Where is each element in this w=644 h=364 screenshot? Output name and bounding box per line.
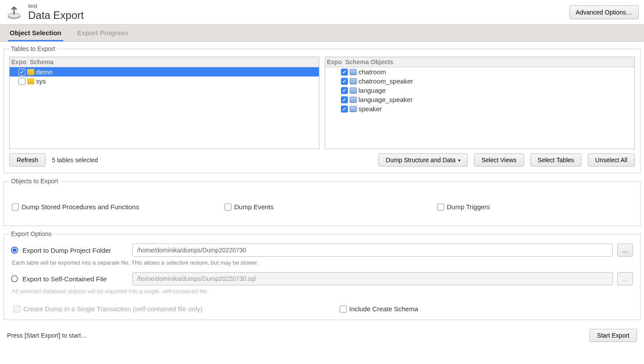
tab-object-selection[interactable]: Object Selection <box>8 25 63 41</box>
radio-project-folder[interactable] <box>11 247 18 254</box>
table-name: speaker <box>358 105 382 113</box>
project-folder-label[interactable]: Export to Dump Project Folder <box>22 247 128 254</box>
status-text: Press [Start Export] to start… <box>7 332 87 339</box>
browse-self-contained[interactable]: … <box>617 272 633 285</box>
export-options-legend: Export Options <box>9 230 54 237</box>
include-create-schema-label: Include Create Schema <box>349 305 418 313</box>
table-checkbox[interactable] <box>341 78 348 85</box>
self-contained-path[interactable] <box>132 272 613 285</box>
schema-panel: Expo Schema demo sys <box>9 57 319 149</box>
dump-option-checkbox[interactable] <box>437 204 444 211</box>
dump-option-label: Dump Events <box>234 203 274 211</box>
dump-type-label: Dump Structure and Data <box>386 157 456 164</box>
tab-export-progress[interactable]: Export Progress <box>76 25 130 41</box>
table-row[interactable]: language_speaker <box>325 95 634 104</box>
single-transaction-checkbox[interactable] <box>14 306 21 313</box>
table-checkbox[interactable] <box>341 96 348 103</box>
database-icon <box>27 69 34 75</box>
start-export-button[interactable]: Start Export <box>590 329 637 342</box>
table-icon <box>350 97 357 103</box>
table-checkbox[interactable] <box>341 87 348 94</box>
objects-col1-header[interactable]: Expo <box>327 58 345 66</box>
schema-col1-header[interactable]: Expo <box>11 58 30 66</box>
table-row[interactable]: chatroom <box>325 67 634 76</box>
objects-to-export-section: Objects to Export Dump Stored Procedures… <box>4 178 640 226</box>
select-tables-button[interactable]: Select Tables <box>530 153 582 167</box>
objects-legend: Objects to Export <box>9 178 60 185</box>
export-icon <box>5 4 23 21</box>
dump-option-checkbox[interactable] <box>224 204 232 211</box>
table-name: chatroom <box>358 68 386 76</box>
tabbar: Object Selection Export Progress <box>0 24 644 42</box>
schema-checkbox[interactable] <box>18 69 25 76</box>
project-folder-path[interactable] <box>132 244 613 257</box>
table-name: chatroom_speaker <box>358 77 413 85</box>
header: test Data Export Advanced Options… <box>0 0 644 24</box>
self-contained-hint: All selected database objects will be ex… <box>9 287 635 299</box>
table-icon <box>350 78 357 84</box>
page-title: Data Export <box>28 9 564 22</box>
project-folder-hint: Each table will be exported into a separ… <box>9 258 635 270</box>
dump-option-label: Dump Triggers <box>447 203 490 211</box>
advanced-options-button[interactable]: Advanced Options… <box>569 5 639 19</box>
tables-to-export-section: Tables to Export Expo Schema demo sys Ex… <box>4 45 640 173</box>
schema-name: demo <box>36 68 53 76</box>
table-checkbox[interactable] <box>341 69 348 76</box>
chevron-down-icon: ▾ <box>458 158 460 163</box>
select-views-button[interactable]: Select Views <box>474 153 524 167</box>
schema-row[interactable]: demo <box>10 67 319 76</box>
dump-type-dropdown[interactable]: Dump Structure and Data ▾ <box>378 153 468 167</box>
objects-panel: Expo Schema Objects chatroom chatroom_sp… <box>325 57 635 149</box>
table-icon <box>350 106 357 112</box>
schema-checkbox[interactable] <box>18 78 25 85</box>
table-row[interactable]: chatroom_speaker <box>325 76 634 86</box>
single-transaction-label: Create Dump in a Single Transaction (sel… <box>23 305 203 313</box>
table-icon <box>350 87 357 94</box>
header-subtitle: test <box>28 3 564 9</box>
radio-self-contained[interactable] <box>11 275 18 282</box>
export-options-section: Export Options Export to Dump Project Fo… <box>4 230 640 320</box>
table-name: language <box>358 87 386 94</box>
table-row[interactable]: speaker <box>325 104 634 113</box>
dump-option-checkbox[interactable] <box>12 204 19 211</box>
schema-name: sys <box>36 77 46 85</box>
tables-selected-label: 5 tables selected <box>52 157 98 164</box>
include-create-schema-checkbox[interactable] <box>340 306 347 313</box>
refresh-button[interactable]: Refresh <box>9 153 46 167</box>
objects-col2-header[interactable]: Schema Objects <box>345 58 633 66</box>
table-row[interactable]: language <box>325 86 634 95</box>
table-name: language_speaker <box>358 96 412 103</box>
unselect-all-button[interactable]: Unselect All <box>588 153 635 167</box>
dump-option-label: Dump Stored Procedures and Functions <box>22 203 139 211</box>
tables-legend: Tables to Export <box>9 45 57 52</box>
browse-project-folder[interactable]: … <box>617 244 633 257</box>
schema-row[interactable]: sys <box>10 76 319 86</box>
self-contained-label[interactable]: Export to Self-Contained File <box>22 275 128 283</box>
database-icon <box>27 78 34 84</box>
schema-col2-header[interactable]: Schema <box>30 58 317 66</box>
table-icon <box>350 69 357 75</box>
table-checkbox[interactable] <box>341 106 348 113</box>
